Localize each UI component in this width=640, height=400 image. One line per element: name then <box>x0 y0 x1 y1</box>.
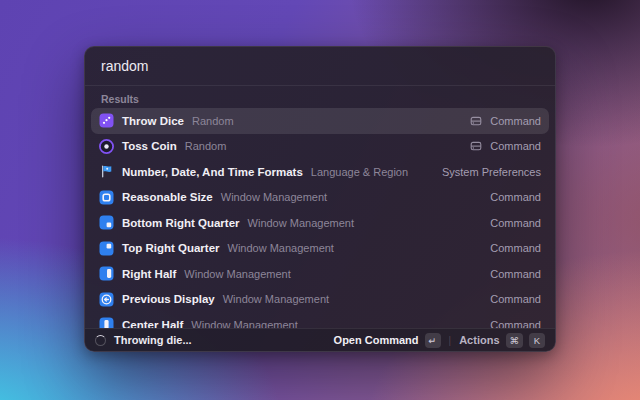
result-subtitle: Language & Region <box>311 166 408 178</box>
list-item-number-date-and-time-formats[interactable]: Number, Date, And Time FormatsLanguage &… <box>91 159 549 185</box>
footer-divider: | <box>447 335 454 346</box>
list-item-top-right-quarter[interactable]: Top Right QuarterWindow ManagementComman… <box>91 236 549 262</box>
result-title: Throw Dice <box>122 115 184 127</box>
footer-bar: Throwing die... Open Command ↵ | Actions… <box>85 328 555 351</box>
result-subtitle: Window Management <box>221 191 327 203</box>
actions-menu-button[interactable]: Actions <box>459 334 499 346</box>
result-accessory: Command <box>490 217 541 229</box>
coin-icon <box>99 139 114 154</box>
list-item-previous-display[interactable]: Previous DisplayWindow ManagementCommand <box>91 287 549 313</box>
list-item-center-half[interactable]: Center HalfWindow ManagementCommand <box>91 312 549 328</box>
result-subtitle: Window Management <box>228 242 334 254</box>
center-half-icon <box>99 317 114 328</box>
list-item-bottom-right-quarter[interactable]: Bottom Right QuarterWindow ManagementCom… <box>91 210 549 236</box>
open-command-action[interactable]: Open Command <box>334 334 419 346</box>
flag-icon <box>99 164 114 179</box>
reasonable-size-icon <box>99 190 114 205</box>
result-title: Previous Display <box>122 293 215 305</box>
search-bar <box>85 47 555 86</box>
result-accessory: Command <box>490 319 541 328</box>
result-subtitle: Random <box>185 140 227 152</box>
result-accessory: Command <box>490 268 541 280</box>
search-input[interactable] <box>101 58 539 74</box>
result-title: Right Half <box>122 268 176 280</box>
previous-display-icon <box>99 292 114 307</box>
launcher-window: Results Throw DiceRandomCommandToss Coin… <box>84 46 556 352</box>
command-key-icon: ⌘ <box>506 333 524 348</box>
result-title: Reasonable Size <box>122 191 213 203</box>
result-subtitle: Window Management <box>191 319 297 328</box>
list-item-toss-coin[interactable]: Toss CoinRandomCommand <box>91 134 549 160</box>
result-accessory: Command <box>490 242 541 254</box>
command-drive-icon <box>470 115 482 127</box>
result-title: Number, Date, And Time Formats <box>122 166 303 178</box>
result-accessory: Command <box>490 115 541 127</box>
command-drive-icon <box>470 140 482 152</box>
return-key-icon: ↵ <box>425 333 441 348</box>
bottom-right-quarter-icon <box>99 215 114 230</box>
results-list: Throw DiceRandomCommandToss CoinRandomCo… <box>85 108 555 328</box>
list-item-reasonable-size[interactable]: Reasonable SizeWindow ManagementCommand <box>91 185 549 211</box>
top-right-quarter-icon <box>99 241 114 256</box>
result-accessory: System Preferences <box>442 166 541 178</box>
status-text: Throwing die... <box>114 334 192 346</box>
results-section-label: Results <box>85 86 555 108</box>
right-half-icon <box>99 266 114 281</box>
result-title: Bottom Right Quarter <box>122 217 240 229</box>
loading-spinner-icon <box>95 335 106 346</box>
result-accessory: Command <box>490 140 541 152</box>
k-key-icon: K <box>529 333 545 348</box>
result-accessory: Command <box>490 293 541 305</box>
result-subtitle: Window Management <box>223 293 329 305</box>
result-subtitle: Window Management <box>184 268 290 280</box>
list-item-right-half[interactable]: Right HalfWindow ManagementCommand <box>91 261 549 287</box>
result-subtitle: Window Management <box>248 217 354 229</box>
result-subtitle: Random <box>192 115 234 127</box>
dice-icon <box>99 113 114 128</box>
result-title: Toss Coin <box>122 140 177 152</box>
result-title: Center Half <box>122 319 183 328</box>
result-title: Top Right Quarter <box>122 242 220 254</box>
desktop-wallpaper: { "window": { "search": { "value": "rand… <box>0 0 640 400</box>
result-accessory: Command <box>490 191 541 203</box>
list-item-throw-dice[interactable]: Throw DiceRandomCommand <box>91 108 549 134</box>
